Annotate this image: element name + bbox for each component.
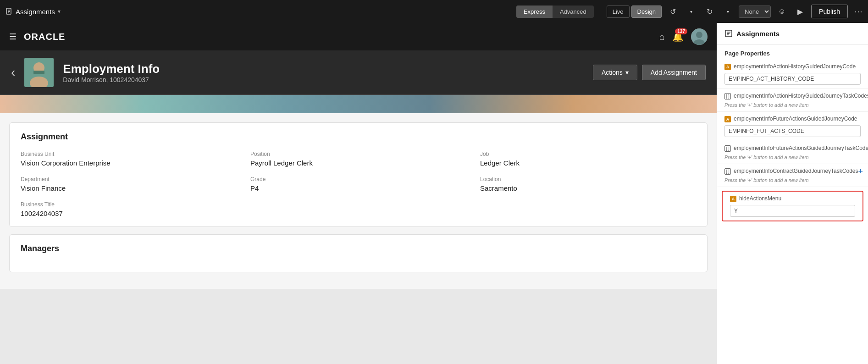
- future-actions-code-input[interactable]: [724, 125, 861, 137]
- actions-caret-icon: ▾: [625, 69, 629, 76]
- type-icon-a-3: A: [724, 116, 731, 122]
- smiley-btn[interactable]: ☺: [774, 4, 789, 19]
- employee-id: David Morrison, 10024204037: [63, 76, 584, 83]
- actions-label: Actions: [602, 69, 623, 76]
- panel-item-name-hide-actions: hideActionsMenu: [739, 195, 781, 202]
- panel-item-row-4: [ ] employmentInfoFutureActionsGuidedJou…: [724, 145, 861, 154]
- panel-item-future-actions-task-codes: [ ] employmentInfoFutureActionsGuidedJou…: [717, 141, 868, 164]
- panel-item-label-hide-actions: A hideActionsMenu: [730, 195, 855, 202]
- hamburger-icon[interactable]: ☰: [9, 32, 17, 42]
- business-unit-label: Business Unit: [21, 151, 237, 157]
- express-btn[interactable]: Express: [516, 6, 553, 18]
- none-select[interactable]: None: [739, 6, 771, 18]
- app-title-caret[interactable]: ▾: [58, 8, 61, 15]
- employee-photo: [24, 58, 54, 87]
- mode-group: Live Design: [607, 6, 662, 18]
- avatar[interactable]: [691, 28, 708, 45]
- job-value: Ledger Clerk: [480, 159, 696, 167]
- actions-btn[interactable]: Actions ▾: [593, 65, 637, 80]
- panel-item-hide-actions-menu: A hideActionsMenu: [723, 192, 862, 221]
- document-icon: [6, 8, 13, 15]
- panel-item-action-history-code: A employmentInfoActionHistoryGuidedJourn…: [717, 60, 868, 89]
- oracle-logo: ORACLE: [24, 32, 65, 42]
- panel-item-row-2: [ ] employmentInfoActionHistoryGuidedJou…: [724, 93, 861, 102]
- panel-item-label-4: [ ] employmentInfoFutureActionsGuidedJou…: [724, 145, 868, 152]
- employee-name: Employment Info: [63, 62, 584, 76]
- redo-icon: ↻: [707, 7, 713, 16]
- type-icon-bracket-5: [ ]: [724, 168, 731, 175]
- oracle-header-right: ⌂ 🔔 137: [659, 28, 708, 45]
- grade-value: P4: [250, 184, 466, 192]
- type-icon-a-hide-actions: A: [730, 196, 736, 202]
- panel-item-name-1: employmentInfoActionHistoryGuidedJourney…: [734, 63, 856, 70]
- future-actions-task-codes-hint: Press the '+' button to add a new item: [724, 154, 861, 160]
- business-title-value: 10024204037: [21, 210, 237, 217]
- type-icon-bracket-2: [ ]: [724, 93, 731, 99]
- employment-info-banner: ‹ Employment Info David Morrison, 100242…: [0, 50, 717, 95]
- page-properties-title: Page Properties: [717, 44, 868, 60]
- hide-actions-menu-input[interactable]: [730, 205, 855, 217]
- type-icon-bracket-4: [ ]: [724, 145, 731, 152]
- top-toolbar: Assignments ▾ Express Advanced Live Desi…: [0, 0, 868, 23]
- employee-photo-image: [24, 58, 54, 87]
- department-value: Vision Finance: [21, 184, 237, 192]
- decorative-banner-strip: [0, 95, 717, 113]
- add-contract-task-codes-btn[interactable]: +: [858, 167, 863, 176]
- panel-item-contract-task-codes: [ ] employmentInfoContractGuidedJourneyT…: [717, 164, 868, 187]
- business-title-label: Business Title: [21, 201, 237, 208]
- back-btn[interactable]: ‹: [11, 65, 15, 80]
- job-label: Job: [480, 151, 696, 157]
- location-label: Location: [480, 176, 696, 182]
- hide-actions-menu-highlighted-container: A hideActionsMenu: [722, 191, 863, 221]
- page-content: Assignment Business Unit Vision Corporat…: [0, 113, 717, 289]
- redo-btn[interactable]: ↻: [702, 4, 717, 19]
- play-icon: ▶: [797, 7, 803, 16]
- live-btn[interactable]: Live: [607, 6, 630, 18]
- field-grade: Grade P4: [250, 176, 466, 192]
- panel-item-name-3: employmentInfoFutureActionsGuidedJourney…: [734, 116, 857, 122]
- main-area: ☰ ORACLE ⌂ 🔔 137 ‹: [0, 23, 868, 364]
- play-btn[interactable]: ▶: [793, 4, 807, 19]
- express-advanced-toggle: Express Advanced: [516, 6, 594, 18]
- bell-container: 🔔 137: [672, 31, 684, 42]
- more-options-icon[interactable]: ⋯: [854, 6, 862, 17]
- assignment-section-card: Assignment Business Unit Vision Corporat…: [9, 122, 708, 227]
- managers-section-title: Managers: [21, 244, 696, 254]
- canvas-area: ☰ ORACLE ⌂ 🔔 137 ‹: [0, 23, 717, 364]
- panel-item-action-history-task-codes: [ ] employmentInfoActionHistoryGuidedJou…: [717, 89, 868, 112]
- field-business-title: Business Title 10024204037: [21, 201, 237, 217]
- back-icon: ‹: [11, 65, 15, 79]
- grade-label: Grade: [250, 176, 466, 182]
- panel-item-name-5: employmentInfoContractGuidedJourneyTaskC…: [734, 168, 858, 174]
- home-icon[interactable]: ⌂: [659, 32, 665, 42]
- action-history-code-input[interactable]: [724, 73, 861, 85]
- panel-item-row-5: [ ] employmentInfoContractGuidedJourneyT…: [724, 168, 861, 177]
- managers-section-card: Managers: [9, 234, 708, 272]
- design-btn[interactable]: Design: [631, 6, 662, 18]
- add-assignment-btn[interactable]: Add Assignment: [642, 65, 706, 80]
- app-title-label: Assignments: [16, 8, 55, 16]
- publish-btn[interactable]: Publish: [811, 5, 848, 18]
- right-panel-header: Assignments: [717, 23, 868, 44]
- location-value: Sacramento: [480, 184, 696, 192]
- undo-icon: ↺: [670, 7, 676, 16]
- field-job: Job Ledger Clerk: [480, 151, 696, 167]
- advanced-btn[interactable]: Advanced: [553, 6, 594, 18]
- assignment-section-title: Assignment: [21, 132, 696, 142]
- smiley-icon: ☺: [778, 7, 785, 16]
- position-label: Position: [250, 151, 466, 157]
- redo-caret-btn[interactable]: ▾: [720, 4, 735, 19]
- department-label: Department: [21, 176, 237, 182]
- employee-actions: Actions ▾ Add Assignment: [593, 65, 706, 80]
- undo-caret-btn[interactable]: ▾: [684, 4, 698, 19]
- panel-item-label-2: [ ] employmentInfoActionHistoryGuidedJou…: [724, 93, 868, 99]
- right-panel-title: Assignments: [736, 30, 780, 38]
- position-value: Payroll Ledger Clerk: [250, 159, 466, 167]
- assignment-fields-grid: Business Unit Vision Corporation Enterpr…: [21, 151, 696, 217]
- undo-btn[interactable]: ↺: [665, 4, 680, 19]
- svg-rect-10: [33, 71, 44, 74]
- right-panel: Assignments Page Properties A employment…: [717, 23, 868, 364]
- action-history-task-codes-hint: Press the '+' button to add a new item: [724, 102, 861, 108]
- panel-item-label-5: [ ] employmentInfoContractGuidedJourneyT…: [724, 168, 858, 175]
- notification-badge: 137: [675, 28, 687, 34]
